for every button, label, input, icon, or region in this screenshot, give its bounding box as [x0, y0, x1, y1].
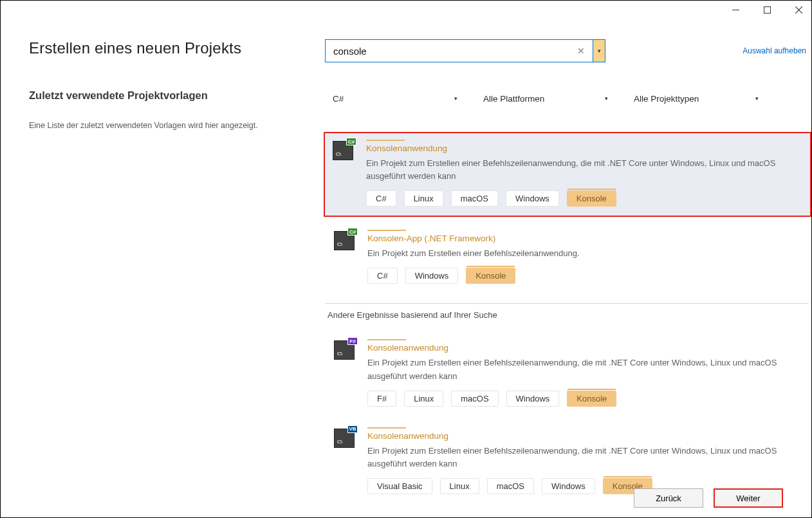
titlebar — [1, 1, 811, 19]
template-tags: C# Windows Konsole — [367, 268, 811, 284]
tag-highlighted: Konsole — [466, 268, 515, 284]
template-desc: Ein Projekt zum Erstellen einer Befehlsz… — [367, 247, 811, 260]
csharp-badge-icon: C# — [346, 138, 356, 145]
minimize-button[interactable] — [727, 4, 744, 16]
footer: Zurück Weiter — [1, 479, 811, 517]
accent-bar — [367, 230, 406, 231]
tag: macOS — [451, 391, 498, 407]
language-filter[interactable]: C#▾ — [325, 88, 464, 109]
search-row: ✕ ▾ Auswahl aufheben — [325, 39, 811, 62]
template-results: C:\C# Konsolenanwendung Ein Projekt zum … — [325, 132, 811, 503]
tag: C# — [367, 268, 398, 284]
search-input[interactable] — [333, 46, 573, 57]
main-content: Erstellen eines neuen Projekts Zuletzt v… — [1, 19, 811, 477]
tag: Linux — [404, 391, 443, 407]
tag-highlighted: Konsole — [567, 190, 616, 207]
accent-bar — [367, 339, 406, 340]
template-icon: C:\VB — [334, 429, 355, 448]
template-item[interactable]: C:\C# Konsolen-App (.NET Framework) Ein … — [325, 223, 811, 293]
clear-search-icon[interactable]: ✕ — [573, 46, 589, 56]
next-button[interactable]: Weiter — [714, 488, 783, 508]
template-item[interactable]: C:\F# Konsolenanwendung Ein Projekt zum … — [325, 333, 811, 415]
template-title: Konsolenanwendung — [366, 143, 810, 153]
template-body: Konsolenanwendung Ein Projekt zum Erstel… — [366, 140, 810, 207]
tag: Linux — [404, 190, 443, 207]
chevron-down-icon: ▾ — [598, 48, 601, 54]
project-type-filter-label: Alle Projekttypen — [634, 94, 699, 104]
template-icon: C:\F# — [334, 340, 355, 360]
right-column: ✕ ▾ Auswahl aufheben C#▾ Alle Plattforme… — [325, 39, 811, 477]
search-wrap: ✕ ▾ — [325, 39, 605, 62]
template-tags: F# Linux macOS Windows Konsole — [367, 391, 811, 407]
tag: C# — [366, 190, 396, 207]
template-body: Konsolenanwendung Ein Projekt zum Erstel… — [367, 339, 811, 406]
template-item[interactable]: C:\C# Konsolenanwendung Ein Projekt zum … — [324, 132, 811, 217]
other-results-heading: Andere Ergebnisse basierend auf Ihrer Su… — [328, 310, 811, 320]
template-desc: Ein Projekt zum Erstellen einer Befehlsz… — [367, 445, 811, 470]
template-desc: Ein Projekt zum Erstellen einer Befehlsz… — [367, 356, 811, 382]
fsharp-badge-icon: F# — [347, 337, 358, 345]
template-icon: C:\C# — [334, 231, 355, 250]
project-type-filter[interactable]: Alle Projekttypen▾ — [626, 88, 765, 109]
tag: Windows — [506, 190, 559, 207]
platform-filter-label: Alle Plattformen — [483, 94, 544, 104]
tag-highlighted: Konsole — [567, 391, 616, 407]
close-button[interactable] — [790, 4, 807, 16]
chevron-down-icon: ▾ — [605, 95, 608, 102]
chevron-down-icon: ▾ — [755, 95, 759, 102]
back-button[interactable]: Zurück — [634, 488, 703, 508]
svg-rect-1 — [764, 6, 771, 13]
recent-templates-message: Eine Liste der zuletzt verwendeten Vorla… — [29, 120, 261, 132]
accent-bar — [366, 140, 405, 141]
tag: Windows — [405, 268, 459, 284]
filters-row: C#▾ Alle Plattformen▾ Alle Projekttypen▾ — [325, 88, 811, 109]
chevron-down-icon: ▾ — [454, 95, 457, 102]
tag: F# — [367, 391, 396, 407]
csharp-badge-icon: C# — [347, 228, 358, 236]
template-body: Konsolen-App (.NET Framework) Ein Projek… — [367, 230, 811, 284]
template-desc: Ein Projekt zum Erstellen einer Befehlsz… — [366, 157, 810, 183]
template-title: Konsolenanwendung — [367, 343, 811, 353]
tag: Windows — [506, 391, 560, 407]
maximize-button[interactable] — [759, 4, 776, 16]
template-title: Konsolen-App (.NET Framework) — [367, 234, 811, 243]
vb-badge-icon: VB — [347, 425, 358, 433]
recent-templates-heading: Zuletzt verwendete Projektvorlagen — [29, 89, 304, 102]
search-dropdown-button[interactable]: ▾ — [593, 39, 605, 62]
language-filter-label: C# — [333, 94, 344, 104]
left-column: Erstellen eines neuen Projekts Zuletzt v… — [29, 39, 325, 477]
platform-filter[interactable]: Alle Plattformen▾ — [475, 88, 614, 109]
tag: macOS — [451, 190, 498, 207]
template-title: Konsolenanwendung — [367, 431, 811, 441]
clear-selection-link[interactable]: Auswahl aufheben — [743, 46, 806, 55]
template-tags: C# Linux macOS Windows Konsole — [366, 190, 810, 207]
separator — [325, 303, 809, 304]
page-title: Erstellen eines neuen Projekts — [29, 39, 304, 57]
accent-bar — [367, 427, 406, 429]
search-input-container: ✕ — [325, 39, 593, 62]
template-icon: C:\C# — [333, 141, 353, 160]
